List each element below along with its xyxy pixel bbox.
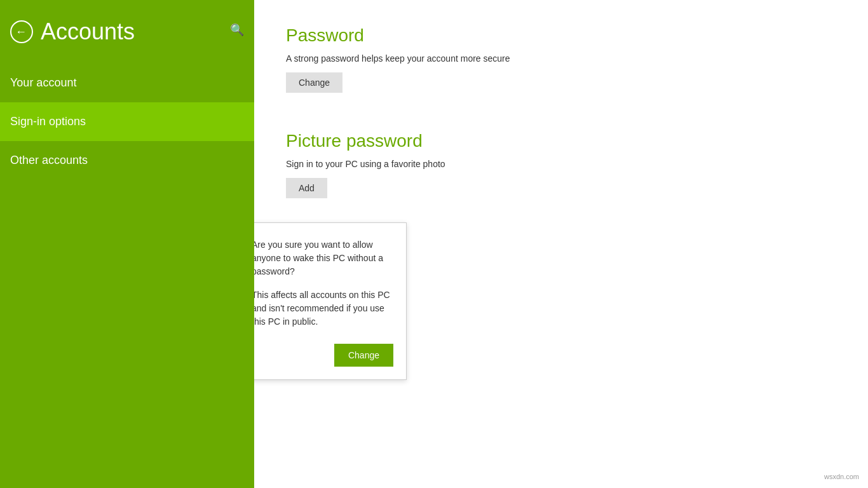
sidebar-item-other-accounts[interactable]: Other accounts (0, 141, 254, 180)
sidebar: ← Accounts 🔍 Your account Sign-in option… (0, 0, 254, 488)
dialog-change-button[interactable]: Change (334, 344, 393, 367)
dialog-info-text: This affects all accounts on this PC and… (254, 288, 393, 329)
search-icon[interactable]: 🔍 (230, 23, 244, 37)
main-content: Password A strong password helps keep yo… (254, 0, 868, 488)
confirmation-dialog: Are you sure you want to allow anyone to… (254, 222, 407, 380)
sidebar-item-sign-in-options[interactable]: Sign-in options (0, 102, 254, 141)
sidebar-header: ← Accounts 🔍 (0, 0, 254, 64)
back-button[interactable]: ← (10, 20, 33, 43)
sidebar-item-your-account[interactable]: Your account (0, 64, 254, 102)
sidebar-title: Accounts (41, 18, 135, 45)
dialog-overlay: Are you sure you want to allow anyone to… (254, 0, 868, 488)
back-arrow-icon: ← (15, 26, 27, 37)
dialog-question-text: Are you sure you want to allow anyone to… (254, 238, 393, 278)
